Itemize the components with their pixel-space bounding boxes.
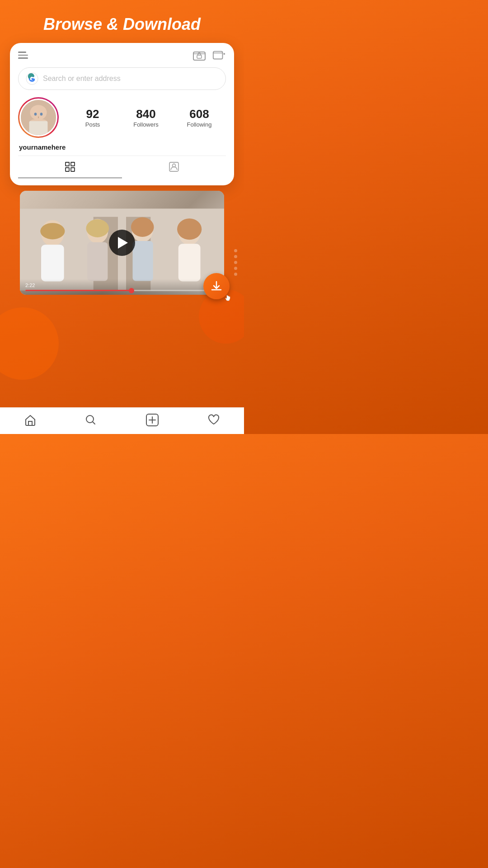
svg-rect-33 [178,244,201,282]
browser-card: G Search or enter address [10,43,234,185]
add-icon [145,413,159,427]
play-button[interactable] [109,230,135,256]
download-icon [210,280,223,292]
browser-toolbar [10,43,234,66]
followers-label: Followers [119,121,173,128]
svg-point-10 [34,113,37,116]
profile-section: 92 Posts 840 Followers 608 Following you… [10,97,234,185]
posts-label: Posts [66,121,119,128]
person-tag-icon [169,161,179,172]
nav-add[interactable] [145,413,159,427]
menu-icon[interactable] [18,52,28,59]
following-count: 608 [173,107,226,121]
following-label: Following [173,121,226,128]
posts-count: 92 [66,107,119,121]
followers-count: 840 [119,107,173,121]
svg-rect-16 [71,168,75,171]
search-bar[interactable]: G Search or enter address [18,67,226,90]
video-timestamp: 2:22 [25,283,219,288]
svg-point-11 [40,113,43,116]
svg-rect-1 [197,55,202,58]
svg-rect-15 [66,168,69,171]
progress-dot[interactable] [129,288,134,293]
username: yournamehere [19,143,226,151]
svg-rect-12 [29,121,48,136]
posts-stat: 92 Posts [66,107,119,128]
svg-rect-27 [87,242,108,281]
following-stat: 608 Following [173,107,226,128]
nav-home[interactable] [24,414,36,426]
svg-rect-2 [213,52,223,59]
tab-tagged[interactable] [122,156,226,178]
video-panel[interactable]: 2:22 [20,191,224,295]
download-button[interactable] [203,273,230,299]
search-input-placeholder: Search or enter address [43,75,121,83]
grid-icon [65,161,75,172]
search-icon [85,414,97,426]
nav-search[interactable] [85,414,97,426]
video-progress-bar[interactable]: 2:22 [20,279,224,295]
heart-icon [208,414,220,426]
home-icon [24,414,36,426]
svg-rect-14 [71,162,75,166]
profile-tabs [18,156,226,178]
avatar [18,97,59,138]
folder-lock-icon[interactable] [192,49,206,61]
svg-rect-13 [66,162,69,166]
svg-rect-30 [133,241,153,281]
progress-track[interactable] [25,290,219,291]
play-triangle-icon [118,237,128,249]
bottom-nav [0,407,244,434]
toolbar-icons [192,49,226,61]
new-tab-icon[interactable] [212,49,226,61]
svg-point-28 [86,219,109,237]
nav-favorites[interactable] [208,414,220,426]
google-icon: G [26,72,38,85]
svg-point-34 [177,218,202,240]
svg-rect-24 [41,245,64,281]
pointer-icon [224,295,231,302]
hero-title: Browse & Download [0,0,244,43]
profile-stats-row: 92 Posts 840 Followers 608 Following [18,97,226,138]
tab-grid[interactable] [18,156,122,178]
svg-point-25 [40,223,65,239]
svg-point-31 [131,217,154,237]
video-area: 2:22 [10,191,234,295]
followers-stat: 840 Followers [119,107,173,128]
progress-fill [25,290,131,291]
